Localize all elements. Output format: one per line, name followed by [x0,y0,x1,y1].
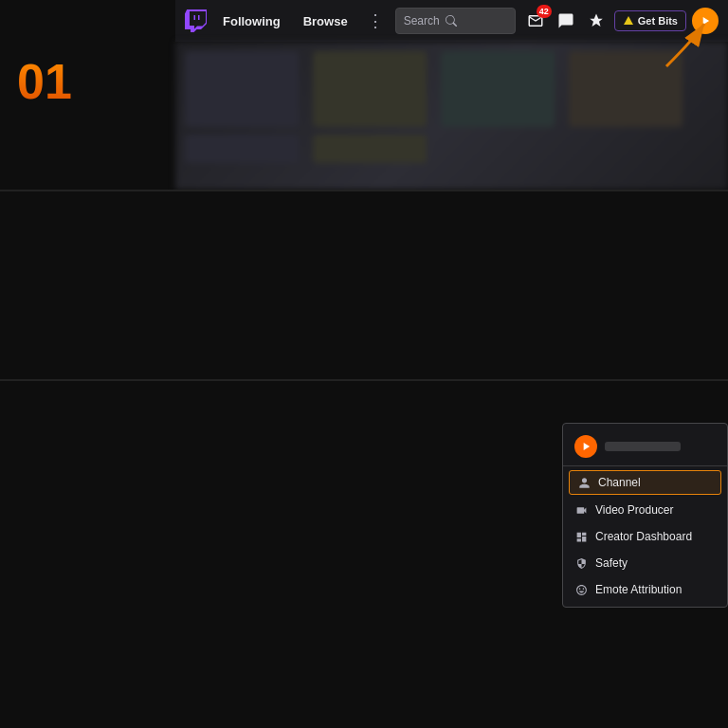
nav-browse-1[interactable]: Browse [296,14,355,28]
section-1: 01 Following Browse ⋮ Search 42 [0,0,728,190]
bits-icon-1 [623,15,634,27]
notif-icon-1[interactable]: 42 [523,9,548,33]
crown-icon-1[interactable] [584,9,609,33]
blurred-content-1 [175,42,728,190]
dropdown-avatar [574,435,597,458]
search-placeholder-1: Search [404,14,440,27]
video-svg [575,504,588,517]
dropdown-video-label: Video Producer [595,503,674,517]
play-icon-1 [699,14,712,27]
section-2: 02 Following Browse ⋮ Search 42 [0,190,728,379]
svg-marker-0 [624,16,633,25]
dropdown-safety[interactable]: Safety [563,550,727,576]
dashboard-svg [575,531,588,543]
step-label-1: 01 [17,57,72,106]
video-icon [574,503,588,517]
msg-icon-1[interactable] [554,9,578,33]
shield-svg [575,557,588,570]
dropdown-channel-label: Channel [598,476,641,489]
dropdown-user-row [563,428,727,466]
nav-right-1: 42 Get Bits [523,8,719,34]
twitch-logo-1 [185,9,208,32]
crown-svg-1 [588,12,605,29]
nav-search-1[interactable]: Search [395,8,516,34]
dropdown-channel[interactable]: Channel [569,470,721,495]
emote-svg [575,584,588,596]
dropdown-play-icon [579,440,592,453]
dropdown-video-producer[interactable]: Video Producer [563,497,727,523]
profile-btn-1[interactable] [692,8,719,34]
person-icon [578,477,591,489]
nav-more-1[interactable]: ⋮ [363,10,388,31]
nav-bar-1: Following Browse ⋮ Search 42 [175,0,728,42]
dropdown-menu: Channel Video Producer Creator Dashboard [562,423,728,608]
dropdown-safety-label: Safety [595,556,628,570]
channel-icon [577,476,591,489]
search-icon-1 [446,15,457,27]
dropdown-creator-label: Creator Dashboard [595,530,692,543]
dashboard-icon [574,530,588,543]
chat-icon-1 [557,12,574,29]
dropdown-username-bar [605,442,681,451]
dropdown-emote[interactable]: Emote Attribution [563,576,727,603]
get-bits-btn-1[interactable]: Get Bits [614,10,686,31]
nav-following-1[interactable]: Following [215,14,288,28]
emote-icon [574,583,588,596]
safety-icon [574,556,588,570]
notif-badge-1: 42 [537,5,552,18]
dropdown-emote-label: Emote Attribution [595,583,682,596]
dropdown-creator-dashboard[interactable]: Creator Dashboard [563,523,727,550]
